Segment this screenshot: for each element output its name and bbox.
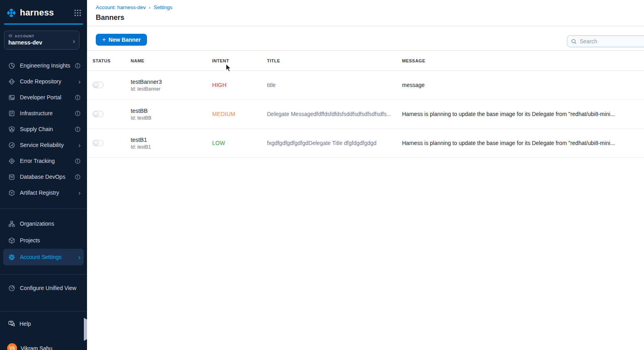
code-icon: [8, 78, 15, 85]
sidebar-item-configure-unified-view[interactable]: Configure Unified View: [0, 280, 87, 296]
page-header: Account: harness-dev › Settings Banners: [87, 0, 644, 26]
banner-title: title: [267, 82, 402, 88]
help-label: Help: [19, 321, 31, 327]
sidebar-item-code-repository[interactable]: Code Repository ›: [0, 73, 87, 89]
breadcrumb-account-link[interactable]: Account: harness-dev: [96, 4, 146, 10]
sidebar-item-database-devops[interactable]: Database DevOps: [0, 169, 87, 185]
column-header-name: NAME: [131, 58, 212, 63]
info-icon[interactable]: [75, 63, 81, 69]
column-header-intent: INTENT: [212, 58, 267, 63]
table-row[interactable]: testB1 Id: testB1 LOW fxgdfgdfgdfgdfgdDe…: [87, 129, 644, 158]
toggle-knob: [93, 140, 99, 146]
infrastructure-icon: [8, 110, 15, 117]
sidebar-item-projects[interactable]: Projects: [0, 232, 87, 249]
brand-name: harness: [20, 8, 54, 18]
banner-title: Delegate Messagedfdffdsfdfdsfsddfsdfsdfs…: [267, 111, 402, 117]
sidebar-item-artifact-registry[interactable]: Artifact Registry ›: [0, 185, 87, 201]
error-tracking-icon: [8, 157, 15, 164]
database-icon: [8, 173, 15, 180]
sidebar-item-service-reliability[interactable]: Service Reliability ›: [0, 137, 87, 153]
banner-name: testBanner3: [131, 79, 212, 85]
apps-grid-icon[interactable]: [74, 9, 81, 17]
toolbar: + New Banner: [87, 26, 644, 51]
sidebar-item-label: Account Settings: [20, 254, 62, 260]
toggle-knob: [93, 111, 99, 117]
table-row[interactable]: testBB Id: testBB MEDIUM Delegate Messag…: [87, 100, 644, 129]
sidebar-item-label: Code Repository: [20, 78, 61, 85]
page-title: Banners: [96, 14, 124, 22]
info-icon[interactable]: [75, 126, 81, 132]
sidebar-item-label: Projects: [20, 237, 40, 244]
column-header-title: TITLE: [267, 58, 402, 63]
search-icon: [571, 39, 577, 44]
account-selector[interactable]: ACCOUNT harness-dev ›: [4, 31, 79, 50]
tertiary-nav: Configure Unified View: [0, 280, 87, 296]
user-name: Vikram Sahu: [21, 345, 52, 350]
banner-intent: LOW: [212, 140, 267, 146]
banner-message: Harness is planning to update the base i…: [402, 111, 644, 117]
table-row[interactable]: testBanner3 Id: testBanner HIGH title me…: [87, 71, 644, 100]
banner-id: Id: testBanner: [131, 86, 212, 92]
info-icon[interactable]: [75, 110, 81, 116]
sidebar-item-supply-chain[interactable]: Supply Chain: [0, 121, 87, 137]
sidebar-item-label: Configure Unified View: [20, 285, 76, 291]
supply-chain-icon: [8, 126, 15, 133]
gear-icon: [8, 253, 15, 261]
banner-enabled-toggle[interactable]: [93, 111, 104, 117]
new-banner-label: New Banner: [108, 37, 141, 43]
main-content: Account: harness-dev › Settings Banners …: [87, 0, 644, 350]
reliability-icon: [8, 141, 15, 149]
sidebar-item-label: Organizations: [20, 220, 54, 227]
sidebar-item-engineering-insights[interactable]: Engineering Insights: [0, 58, 87, 73]
breadcrumb-separator: ›: [149, 5, 151, 10]
sidebar: harness ACCOUNT harness-dev › Engineerin…: [0, 0, 87, 350]
sidebar-item-label: Database DevOps: [20, 174, 65, 180]
sidebar-item-organizations[interactable]: Organizations: [0, 215, 87, 232]
banner-name: testB1: [131, 137, 212, 143]
sidebar-item-developer-portal[interactable]: Developer Portal: [0, 89, 87, 105]
insights-icon: [8, 62, 15, 69]
column-header-message: MESSAGE: [402, 58, 644, 63]
info-icon[interactable]: [75, 95, 81, 101]
sidebar-item-label: Supply Chain: [20, 126, 53, 132]
banner-enabled-toggle[interactable]: [93, 82, 104, 88]
help-button[interactable]: Help: [8, 320, 31, 327]
column-header-status: STATUS: [93, 58, 131, 63]
primary-nav: Engineering Insights Code Repository › D…: [0, 58, 87, 201]
banner-id: Id: testB1: [131, 144, 212, 150]
info-icon[interactable]: [75, 174, 81, 180]
banners-table: STATUS NAME INTENT TITLE MESSAGE testBan…: [87, 51, 644, 158]
sidebar-item-label: Error Tracking: [20, 158, 55, 164]
chevron-right-icon: ›: [78, 254, 81, 261]
banner-message: message: [402, 82, 644, 88]
search-input[interactable]: [580, 38, 639, 44]
plus-icon: +: [102, 36, 106, 43]
banner-enabled-toggle[interactable]: [93, 140, 104, 146]
sidebar-item-label: Infrastructure: [20, 110, 52, 116]
projects-icon: [8, 237, 15, 244]
brand-row: harness: [6, 6, 81, 20]
banner-intent: MEDIUM: [212, 111, 267, 117]
sidebar-item-account-settings[interactable]: Account Settings ›: [3, 249, 84, 265]
chevron-right-icon: ›: [78, 78, 81, 85]
portal-icon: [8, 94, 15, 101]
chevron-right-icon: ›: [78, 190, 81, 196]
user-profile[interactable]: VS Vikram Sahu: [7, 343, 52, 350]
toggle-knob: [93, 82, 99, 88]
sidebar-item-infrastructure[interactable]: Infrastructure: [0, 105, 87, 121]
sidebar-item-label: Developer Portal: [20, 94, 61, 101]
sidebar-item-label: Artifact Registry: [20, 190, 59, 196]
brand-underline: [4, 23, 83, 25]
sidebar-divider: [0, 274, 87, 275]
new-banner-button[interactable]: + New Banner: [96, 34, 147, 46]
help-chat-icon: [8, 320, 15, 327]
avatar: VS: [7, 343, 17, 350]
layers-icon: [8, 34, 13, 38]
breadcrumb-settings-link[interactable]: Settings: [154, 4, 172, 10]
sidebar-item-error-tracking[interactable]: Error Tracking: [0, 153, 87, 169]
sidebar-item-label: Service Reliability: [20, 142, 64, 148]
search-box: [567, 35, 644, 47]
account-name: harness-dev: [8, 39, 75, 46]
banner-title: fxgdfgdfgdfgdfgdDelegate Title dfgfdgdfg…: [267, 140, 402, 146]
info-icon[interactable]: [75, 158, 81, 164]
